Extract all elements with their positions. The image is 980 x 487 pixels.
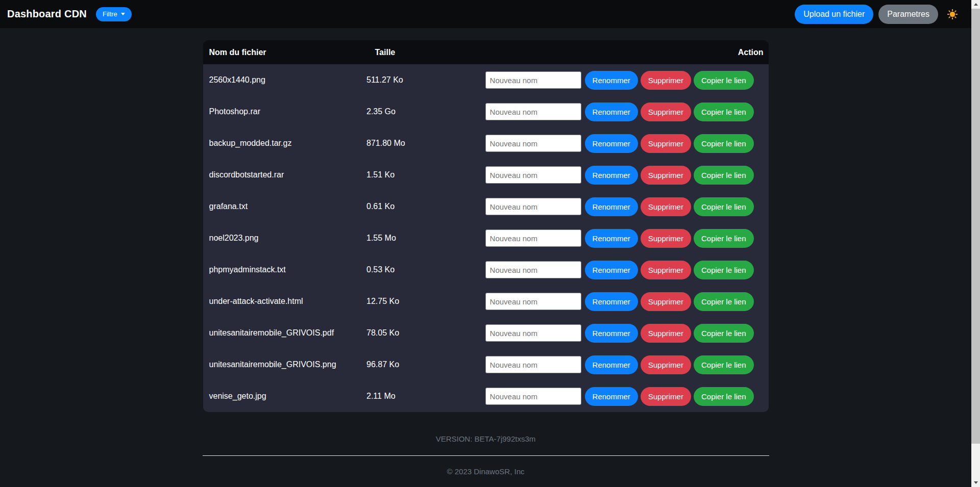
delete-button[interactable]: Supprimer: [641, 261, 691, 279]
triangle-down-icon: [974, 481, 978, 484]
table-row: 2560x1440.png 511.27 Ko Renommer Supprim…: [203, 64, 769, 96]
file-size: 1.51 Ko: [366, 170, 485, 180]
file-size: 1.55 Mo: [366, 234, 485, 243]
new-name-input[interactable]: [485, 388, 581, 405]
new-name-input[interactable]: [485, 135, 581, 152]
row-actions: Renommer Supprimer Copier le lien: [485, 355, 769, 374]
chevron-down-icon: [121, 13, 125, 15]
navbar: Dashboard CDN Filtre Upload un fichier P…: [0, 0, 980, 28]
rename-button[interactable]: Renommer: [585, 292, 638, 311]
scrollbar[interactable]: [971, 0, 980, 487]
copy-link-button[interactable]: Copier le lien: [694, 387, 754, 406]
delete-button[interactable]: Supprimer: [641, 387, 691, 406]
delete-button[interactable]: Supprimer: [641, 292, 691, 311]
delete-button[interactable]: Supprimer: [641, 229, 691, 248]
new-name-input[interactable]: [485, 293, 581, 310]
table-row: unitesanitairemobile_GRIVOIS.pdf 78.05 K…: [203, 317, 769, 349]
filter-dropdown-button[interactable]: Filtre: [96, 7, 132, 21]
row-actions: Renommer Supprimer Copier le lien: [485, 197, 769, 216]
file-size: 2.11 Mo: [366, 392, 485, 401]
copy-link-button[interactable]: Copier le lien: [694, 229, 754, 248]
delete-button[interactable]: Supprimer: [641, 166, 691, 185]
row-actions: Renommer Supprimer Copier le lien: [485, 261, 769, 279]
scrollbar-thumb[interactable]: [971, 9, 980, 444]
row-actions: Renommer Supprimer Copier le lien: [485, 166, 769, 185]
file-size: 78.05 Ko: [366, 328, 485, 338]
copy-link-button[interactable]: Copier le lien: [694, 166, 754, 185]
new-name-input[interactable]: [485, 356, 581, 373]
rename-button[interactable]: Renommer: [585, 324, 638, 343]
file-name: Photoshop.rar: [203, 107, 367, 116]
version-text: VERSION: BETA-7j992txs3m: [0, 434, 971, 443]
file-size: 2.35 Go: [366, 107, 485, 116]
new-name-input[interactable]: [485, 103, 581, 120]
copy-link-button[interactable]: Copier le lien: [694, 71, 754, 90]
rename-button[interactable]: Renommer: [585, 355, 638, 374]
file-name: unitesanitairemobile_GRIVOIS.png: [203, 360, 367, 369]
rename-button[interactable]: Renommer: [585, 197, 638, 216]
row-actions: Renommer Supprimer Copier le lien: [485, 292, 769, 311]
table-header-row: Nom du fichier Taille Action: [203, 40, 769, 64]
copy-link-button[interactable]: Copier le lien: [694, 197, 754, 216]
new-name-input[interactable]: [485, 166, 581, 184]
files-table: Nom du fichier Taille Action 2560x1440.p…: [203, 40, 769, 412]
rename-button[interactable]: Renommer: [585, 134, 638, 153]
scrollbar-up-arrow[interactable]: [971, 0, 980, 9]
row-actions: Renommer Supprimer Copier le lien: [485, 134, 769, 153]
rename-button[interactable]: Renommer: [585, 387, 638, 406]
row-actions: Renommer Supprimer Copier le lien: [485, 387, 769, 406]
table-row: discordbotstarted.rar 1.51 Ko Renommer S…: [203, 159, 769, 191]
new-name-input[interactable]: [485, 324, 581, 342]
copy-link-button[interactable]: Copier le lien: [694, 292, 754, 311]
table-row: venise_geto.jpg 2.11 Mo Renommer Supprim…: [203, 380, 769, 412]
new-name-input[interactable]: [485, 71, 581, 89]
delete-button[interactable]: Supprimer: [641, 197, 691, 216]
file-name: 2560x1440.png: [203, 75, 367, 85]
new-name-input[interactable]: [485, 198, 581, 215]
file-size: 0.61 Ko: [366, 202, 485, 211]
footer: VERSION: BETA-7j992txs3m © 2023 DinawoSR…: [0, 434, 971, 476]
table-row: backup_modded.tar.gz 871.80 Mo Renommer …: [203, 127, 769, 159]
file-size: 96.87 Ko: [366, 360, 485, 369]
table-row: unitesanitairemobile_GRIVOIS.png 96.87 K…: [203, 349, 769, 380]
file-name: backup_modded.tar.gz: [203, 139, 367, 148]
upload-file-button[interactable]: Upload un fichier: [795, 5, 873, 24]
delete-button[interactable]: Supprimer: [641, 102, 691, 121]
app-title: Dashboard CDN: [7, 8, 87, 20]
file-name: venise_geto.jpg: [203, 392, 367, 401]
rename-button[interactable]: Renommer: [585, 261, 638, 279]
header-file-name: Nom du fichier: [203, 48, 375, 57]
table-row: phpmyadminstack.txt 0.53 Ko Renommer Sup…: [203, 254, 769, 286]
file-name: noel2023.png: [203, 234, 367, 243]
settings-button[interactable]: Parametres: [878, 5, 938, 24]
copy-link-button[interactable]: Copier le lien: [694, 134, 754, 153]
file-name: under-attack-activate.html: [203, 297, 367, 306]
file-name: unitesanitairemobile_GRIVOIS.pdf: [203, 328, 367, 338]
delete-button[interactable]: Supprimer: [641, 355, 691, 374]
copyright-text: © 2023 DinawoSR, Inc: [0, 467, 971, 476]
delete-button[interactable]: Supprimer: [641, 71, 691, 90]
row-actions: Renommer Supprimer Copier le lien: [485, 102, 769, 121]
delete-button[interactable]: Supprimer: [641, 134, 691, 153]
rename-button[interactable]: Renommer: [585, 229, 638, 248]
file-name: discordbotstarted.rar: [203, 170, 367, 180]
header-action: Action: [500, 48, 769, 57]
copy-link-button[interactable]: Copier le lien: [694, 355, 754, 374]
table-row: Photoshop.rar 2.35 Go Renommer Supprimer…: [203, 96, 769, 127]
footer-divider: [203, 455, 769, 456]
copy-link-button[interactable]: Copier le lien: [694, 102, 754, 121]
copy-link-button[interactable]: Copier le lien: [694, 261, 754, 279]
new-name-input[interactable]: [485, 261, 581, 278]
new-name-input[interactable]: [485, 229, 581, 247]
rename-button[interactable]: Renommer: [585, 71, 638, 90]
file-size: 511.27 Ko: [366, 75, 485, 85]
copy-link-button[interactable]: Copier le lien: [694, 324, 754, 343]
table-row: under-attack-activate.html 12.75 Ko Reno…: [203, 286, 769, 317]
rename-button[interactable]: Renommer: [585, 102, 638, 121]
delete-button[interactable]: Supprimer: [641, 324, 691, 343]
theme-toggle-sun-icon[interactable]: [947, 9, 958, 19]
rename-button[interactable]: Renommer: [585, 166, 638, 185]
file-size: 871.80 Mo: [366, 139, 485, 148]
file-size: 12.75 Ko: [366, 297, 485, 306]
scrollbar-down-arrow[interactable]: [971, 478, 980, 487]
